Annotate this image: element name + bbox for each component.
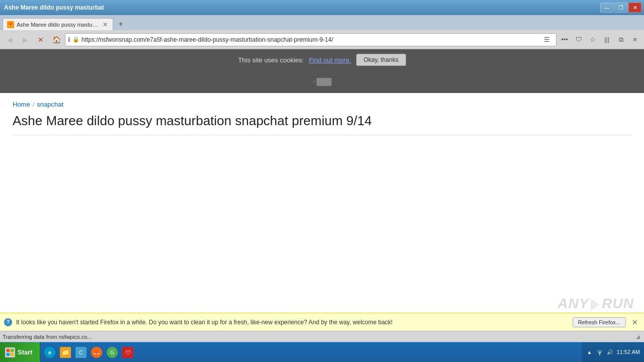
page-title: Ashe Maree dildo pussy masturbation snap… [13,113,631,129]
breadcrumb-separator: / [33,101,35,108]
menu-icon[interactable]: ≡ [628,33,641,46]
breadcrumb-home-link[interactable]: Home [13,101,30,108]
info-icon: ℹ [68,36,70,43]
more-button[interactable]: ••• [558,33,571,46]
library-icon[interactable]: ||| [600,33,613,46]
start-button[interactable]: Start [0,342,40,362]
windows-logo-icon [7,349,14,356]
navigation-bar: ◀ ▶ ✕ 🏠 ℹ 🔒 https://nsfwonsnap.com/e7a5f… [0,30,644,49]
window-controls: — ❐ ✕ [600,3,641,13]
svg-rect-4 [599,353,600,355]
taskbar-shield-icon[interactable]: 🛡 [121,345,135,359]
start-label: Start [18,348,33,356]
status-bar: Transferring data from nsfwpics.co... ◢ [0,331,644,342]
breadcrumb-snapchat-link[interactable]: snapchat [37,101,63,108]
reader-view-icon[interactable]: ☰ [540,33,553,46]
tray-icons: ▲ 🔊 [586,348,614,356]
taskbar-ie-icon[interactable]: e [43,345,57,359]
title-bar: Ashe Maree dildo pussy masturbat — ❐ ✕ [0,0,644,15]
taskbar-tray: ▲ 🔊 11:52 AM [582,342,644,362]
resize-handle[interactable]: ◢ [634,333,641,340]
window-title: Ashe Maree dildo pussy masturbat [4,4,600,11]
svg-rect-3 [11,353,14,356]
taskbar-firefox-icon[interactable]: 🦊 [90,345,104,359]
nav-side-icons: ••• 🛡 ☆ ||| ⧉ ≡ [558,33,641,46]
bookmark-star-icon[interactable]: ☆ [586,33,599,46]
title-divider [13,135,631,135]
shield-icon[interactable]: 🛡 [572,33,585,46]
tray-network-icon[interactable] [596,348,604,356]
back-button[interactable]: ◀ [3,33,17,46]
tab-bar: 🦊 Ashe Maree dildo pussy masturbat ✕ + [0,15,644,30]
maximize-button[interactable]: ❐ [614,3,627,13]
active-tab[interactable]: 🦊 Ashe Maree dildo pussy masturbat ✕ [3,18,113,30]
home-button[interactable]: 🏠 [49,33,63,46]
synced-tabs-icon[interactable]: ⧉ [614,33,627,46]
tray-arrow-icon[interactable]: ▲ [586,348,594,356]
breadcrumb: Home / snapchat [13,101,631,108]
tray-volume-icon[interactable]: 🔊 [606,348,614,356]
tab-label: Ashe Maree dildo pussy masturbat [17,22,99,28]
forward-button[interactable]: ▶ [18,33,32,46]
status-text: Transferring data from nsfwpics.co... [3,334,634,340]
svg-rect-0 [7,349,10,352]
cookie-learn-more-link[interactable]: Find out more. [309,56,351,64]
system-time: 11:52 AM [617,348,640,355]
cookie-banner: This site uses cookies: Find out more. O… [0,49,644,70]
taskbar: Start e 📁 C 🦊 G 🛡 ▲ [0,342,644,362]
url-text: https://nsfwonsnap.com/e7a5f-ashe-maree-… [82,36,538,43]
taskbar-app1-icon[interactable]: C [74,345,88,359]
site-header [0,70,644,93]
anyrun-watermark: ANYRUN [557,296,634,312]
lock-icon: 🔒 [72,36,79,43]
svg-rect-6 [597,350,602,351]
svg-rect-5 [598,352,601,353]
taskbar-chrome-icon[interactable]: G [105,345,119,359]
refresh-firefox-button[interactable]: Refresh Firefox... [573,317,626,327]
taskbar-explorer-icon[interactable]: 📁 [58,345,72,359]
cookie-message: This site uses cookies: [238,56,304,64]
svg-rect-1 [11,349,14,352]
stop-button[interactable]: ✕ [34,33,48,46]
tab-close-button[interactable]: ✕ [102,21,109,28]
new-tab-button[interactable]: + [115,18,127,30]
notification-bar: ? It looks like you haven't started Fire… [0,313,644,331]
notification-close-button[interactable]: ✕ [630,317,640,327]
close-button[interactable]: ✕ [628,3,641,13]
notification-text: It looks like you haven't started Firefo… [16,319,569,326]
content-area: Home / snapchat Ashe Maree dildo pussy m… [0,93,644,342]
notification-info-icon: ? [4,318,12,326]
tab-favicon: 🦊 [7,21,14,28]
address-bar[interactable]: ℹ 🔒 https://nsfwonsnap.com/e7a5f-ashe-ma… [65,33,556,46]
taskbar-icons: e 📁 C 🦊 G 🛡 [40,345,582,359]
svg-rect-2 [7,353,10,356]
cookie-accept-button[interactable]: Okay, thanks [356,54,406,66]
minimize-button[interactable]: — [600,3,613,13]
